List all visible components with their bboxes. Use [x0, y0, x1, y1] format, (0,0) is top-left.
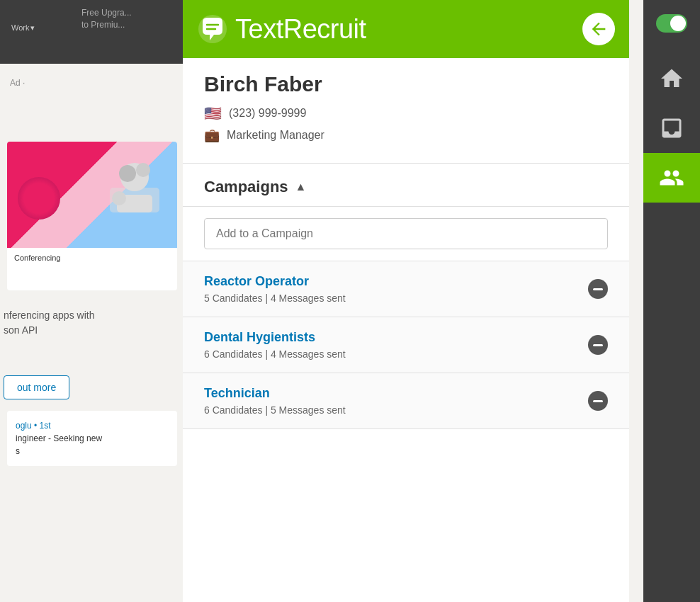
contact-phone-row: 🇺🇸 (323) 999-9999 [204, 105, 608, 122]
flag-icon: 🇺🇸 [204, 105, 222, 122]
app-title: TextRecruit [235, 14, 366, 45]
svg-point-1 [136, 163, 150, 177]
back-arrow-icon [589, 19, 609, 39]
ad-card-image [7, 142, 177, 248]
add-campaign-wrapper [183, 207, 629, 261]
campaigns-header: Campaigns ▲ [183, 164, 629, 207]
learn-more-button[interactable]: out more [4, 375, 69, 399]
learn-more-text: out more [17, 382, 56, 393]
inbox-icon [659, 115, 684, 141]
person-title: ingineer - Seeking new [16, 432, 169, 445]
nav-home[interactable] [643, 54, 700, 103]
toggle-switch[interactable] [656, 14, 687, 33]
campaign-name-1[interactable]: Dental Hygientists [204, 330, 346, 345]
campaign-info-1: Dental Hygientists 6 Candidates | 4 Mess… [204, 330, 346, 360]
panel-header: TextRecruit [183, 0, 629, 58]
contact-title-row: 💼 Marketing Manager [204, 127, 608, 143]
ad-logo [18, 177, 60, 220]
ad-people-image [106, 156, 163, 212]
campaign-name-0[interactable]: Reactor Operator [204, 274, 346, 289]
upgrade-line2: to Premiu... [81, 19, 132, 31]
people-icon [659, 165, 684, 191]
textrecruit-logo-icon [197, 13, 228, 45]
add-campaign-input[interactable] [204, 218, 608, 249]
conferencing-text: nferencing apps with son API [4, 308, 184, 338]
person-entry: oglu • 1st ingineer - Seeking new s [16, 419, 169, 458]
campaign-info-0: Reactor Operator 5 Candidates | 4 Messag… [204, 274, 346, 304]
campaigns-section: Campaigns ▲ Reactor Operator 5 Candidate… [183, 164, 629, 602]
svg-rect-3 [110, 188, 159, 212]
nav-inbox[interactable] [643, 103, 700, 153]
contact-name: Birch Faber [204, 72, 608, 96]
ad-card-text: Conferencing [7, 248, 177, 268]
conf-line2: son API [4, 323, 184, 338]
upgrade-text: Free Upgra... to Premiu... [81, 7, 132, 31]
remove-button-0[interactable] [588, 279, 608, 299]
panel-logo: TextRecruit [197, 13, 582, 45]
contact-section: Birch Faber 🇺🇸 (323) 999-9999 💼 Marketin… [183, 58, 629, 164]
campaign-item-0: Reactor Operator 5 Candidates | 4 Messag… [183, 261, 629, 317]
person-card: oglu • 1st ingineer - Seeking new s [7, 411, 177, 466]
back-button[interactable] [582, 13, 615, 45]
ad-card: Conferencing [7, 142, 177, 290]
briefcase-icon: 💼 [204, 127, 220, 143]
toggle-knob [670, 16, 686, 31]
main-panel: TextRecruit Birch Faber 🇺🇸 (323) 999-999… [183, 0, 629, 602]
person-name: oglu • 1st [16, 419, 169, 432]
work-arrow: ▾ [30, 23, 35, 32]
remove-button-2[interactable] [588, 391, 608, 411]
campaign-info-2: Technician 6 Candidates | 5 Messages sen… [204, 386, 346, 416]
svg-point-0 [119, 165, 136, 182]
campaign-stats-2: 6 Candidates | 5 Messages sent [204, 404, 346, 416]
remove-button-1[interactable] [588, 335, 608, 355]
campaign-item-1: Dental Hygientists 6 Candidates | 4 Mess… [183, 317, 629, 373]
ad-label: Ad · [10, 78, 25, 88]
contact-job-title: Marketing Manager [227, 129, 324, 142]
person-extra: s [16, 445, 169, 458]
right-sidebar [643, 0, 700, 602]
nav-people[interactable] [643, 153, 700, 203]
home-icon [659, 66, 684, 91]
campaigns-chevron[interactable]: ▲ [295, 181, 307, 193]
campaign-stats-0: 5 Candidates | 4 Messages sent [204, 293, 346, 304]
campaign-item-2: Technician 6 Candidates | 5 Messages sen… [183, 373, 629, 429]
work-label-text: Work [11, 23, 29, 32]
conf-line1: nferencing apps with [4, 308, 184, 323]
work-menu[interactable]: Work▾ [10, 21, 35, 33]
contact-phone: (323) 999-9999 [229, 107, 306, 120]
upgrade-line1: Free Upgra... [81, 7, 132, 19]
campaigns-heading: Campaigns [204, 178, 288, 196]
campaign-stats-1: 6 Candidates | 4 Messages sent [204, 348, 346, 360]
campaign-name-2[interactable]: Technician [204, 386, 346, 401]
